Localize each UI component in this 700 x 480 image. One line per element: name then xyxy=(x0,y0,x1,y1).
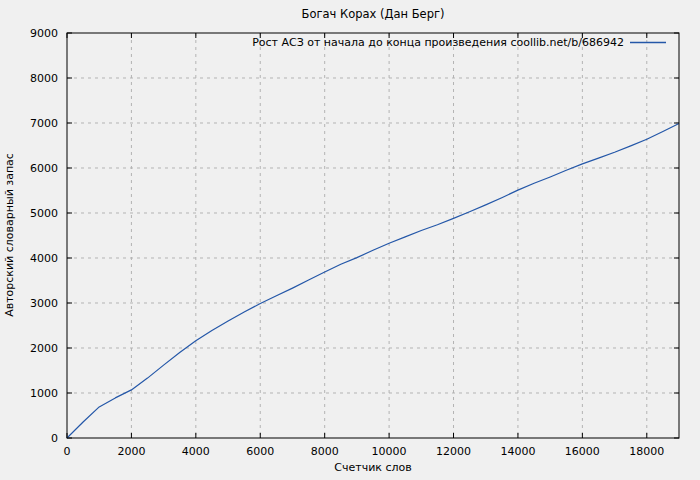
x-tick-label: 18000 xyxy=(629,445,664,458)
legend-label: Рост АСЗ от начала до конца произведения… xyxy=(252,36,624,49)
x-tick-label: 8000 xyxy=(311,445,339,458)
chart-title: Богач Корах (Дан Берг) xyxy=(302,7,445,21)
axis-ticks xyxy=(67,33,679,438)
y-tick-label: 9000 xyxy=(30,27,58,40)
series-line xyxy=(67,124,679,439)
plot-border xyxy=(67,33,679,438)
y-tick-label: 2000 xyxy=(30,342,58,355)
grid-lines xyxy=(67,33,679,438)
series-layer xyxy=(67,124,679,439)
y-tick-label: 8000 xyxy=(30,72,58,85)
x-tick-label: 6000 xyxy=(246,445,274,458)
x-tick-label: 4000 xyxy=(182,445,210,458)
y-tick-label: 7000 xyxy=(30,117,58,130)
x-tick-label: 2000 xyxy=(117,445,145,458)
y-tick-label: 3000 xyxy=(30,297,58,310)
chart-canvas: Богач Корах (Дан Берг) 02000400060008000… xyxy=(0,0,700,480)
y-axis-label: Авторский словарный запас xyxy=(3,153,16,317)
vocabulary-growth-chart: Богач Корах (Дан Берг) 02000400060008000… xyxy=(0,0,700,480)
y-tick-label: 4000 xyxy=(30,252,58,265)
y-tick-label: 0 xyxy=(51,432,58,445)
x-tick-label: 16000 xyxy=(565,445,600,458)
x-tick-label: 0 xyxy=(64,445,71,458)
x-tick-label: 14000 xyxy=(500,445,535,458)
x-tick-label: 12000 xyxy=(436,445,471,458)
y-tick-label: 6000 xyxy=(30,162,58,175)
x-axis-label: Счетчик слов xyxy=(334,461,411,474)
x-tick-label: 10000 xyxy=(372,445,407,458)
legend: Рост АСЗ от начала до конца произведения… xyxy=(252,36,666,49)
y-tick-label: 1000 xyxy=(30,387,58,400)
y-tick-label: 5000 xyxy=(30,207,58,220)
